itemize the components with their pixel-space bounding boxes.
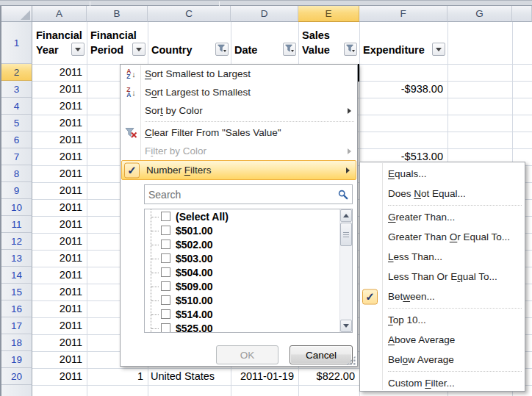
column-header-G[interactable]: G — [447, 6, 512, 22]
menu-item-number-filters[interactable]: ✓Number Filters — [121, 160, 356, 180]
menu-item-sort-largest-to-smallest[interactable]: ZA↓Sort Largest to Smallest — [121, 83, 357, 101]
grid-cell-a3[interactable]: 2011 — [32, 81, 87, 98]
ok-button[interactable]: OK — [216, 345, 278, 364]
grid-cell-a5[interactable]: 2011 — [32, 115, 87, 132]
filter-value-item[interactable]: (Select All) — [145, 209, 352, 223]
row-header-2[interactable]: 2 — [1, 64, 32, 81]
filter-applied-button[interactable] — [215, 43, 229, 56]
checkbox-unchecked[interactable] — [161, 281, 170, 291]
row-header-9[interactable]: 9 — [1, 182, 32, 199]
row-header-18[interactable]: 18 — [1, 334, 32, 351]
row-header-21[interactable] — [1, 385, 32, 396]
filter-value-item[interactable]: $504.00 — [145, 265, 352, 279]
grid-cell-a4[interactable]: 2011 — [32, 98, 87, 115]
menu-item-less-than-or-equal-to[interactable]: Less Than Or Equal To... — [360, 267, 525, 287]
header-cell-c[interactable]: Country — [148, 22, 231, 64]
grid-cell-a19[interactable]: 2011 — [32, 351, 87, 368]
search-icon[interactable] — [334, 190, 352, 200]
column-header-E[interactable]: E — [298, 6, 359, 22]
checkbox-unchecked[interactable] — [161, 295, 170, 305]
row-header-10[interactable]: 10 — [1, 199, 32, 216]
menu-item-sort-smallest-to-largest[interactable]: AZ↓Sort Smallest to Largest — [121, 65, 357, 83]
column-header-C[interactable]: C — [148, 6, 231, 22]
row-header-15[interactable]: 15 — [1, 284, 32, 300]
row-header-16[interactable]: 16 — [1, 300, 32, 317]
row-header-7[interactable]: 7 — [1, 148, 32, 165]
menu-item-does-not-equal[interactable]: Does Not Equal... — [360, 184, 525, 204]
checkbox-unchecked[interactable] — [161, 212, 170, 221]
menu-item-sort-by-color[interactable]: Sort by Color — [121, 101, 357, 120]
grid-cell-a13[interactable]: 2011 — [32, 250, 87, 267]
filter-value-item[interactable]: $501.00 — [145, 223, 352, 237]
search-input[interactable] — [145, 189, 334, 201]
scroll-down-button[interactable] — [340, 320, 352, 332]
grid-cell-f3[interactable]: -$938.00 — [359, 81, 447, 98]
menu-item-greater-than[interactable]: Greater Than... — [360, 207, 525, 227]
menu-item-clear-filter-from-sales-value[interactable]: Clear Filter From "Sales Value" — [121, 123, 357, 142]
grid-cell-a12[interactable]: 2011 — [32, 233, 87, 250]
row-header-11[interactable]: 11 — [1, 216, 32, 233]
grid-cell-a9[interactable]: 2011 — [32, 182, 87, 199]
grid-cell-a6[interactable]: 2011 — [32, 132, 87, 148]
filter-value-item[interactable]: $502.00 — [145, 237, 352, 251]
menu-item-between[interactable]: ✓Between... — [360, 287, 525, 306]
column-header-B[interactable]: B — [87, 6, 148, 22]
grid-cell-a15[interactable]: 2011 — [32, 284, 87, 300]
menu-item-below-average[interactable]: Below Average — [360, 350, 525, 370]
filter-value-item[interactable]: $525.00 — [145, 321, 352, 333]
row-header-19[interactable]: 19 — [1, 351, 32, 368]
grid-cell-a14[interactable]: 2011 — [32, 267, 87, 284]
column-header-sliver[interactable] — [512, 6, 532, 22]
row-header-14[interactable]: 14 — [1, 267, 32, 284]
filter-value-item[interactable]: $514.00 — [145, 307, 352, 321]
row-header-20[interactable]: 20 — [1, 368, 32, 385]
filter-dropdown-button[interactable] — [132, 43, 145, 56]
scroll-up-button[interactable] — [340, 209, 352, 222]
row-header-17[interactable]: 17 — [1, 317, 32, 334]
checkbox-unchecked[interactable] — [161, 253, 170, 263]
filter-value-item[interactable]: $503.00 — [145, 251, 352, 265]
grid-cell-a8[interactable]: 2011 — [32, 165, 87, 182]
checkbox-unchecked[interactable] — [161, 240, 170, 249]
listbox-scrollbar[interactable] — [339, 209, 352, 332]
grid-cell-a7[interactable]: 2011 — [32, 148, 87, 165]
header-cell-d[interactable]: Date — [231, 22, 298, 64]
row-header-1[interactable]: 1 — [1, 22, 32, 64]
scrollbar-thumb[interactable] — [340, 223, 352, 246]
header-cell-b[interactable]: FinancialPeriod — [87, 22, 148, 64]
row-header-6[interactable]: 6 — [1, 132, 32, 148]
filter-value-item[interactable]: $510.00 — [145, 293, 352, 307]
grid-cell-a10[interactable]: 2011 — [32, 199, 87, 216]
filter-applied-button[interactable] — [283, 43, 296, 56]
menu-item-greater-than-or-equal-to[interactable]: Greater Than Or Equal To... — [360, 227, 525, 247]
menu-item-filter-by-color[interactable]: Filter by Color — [121, 142, 357, 160]
select-all-corner[interactable] — [1, 6, 32, 22]
grid-cell-a20[interactable]: 2011 — [32, 368, 87, 385]
row-header-12[interactable]: 12 — [1, 233, 32, 250]
grid-cell-b20[interactable]: 1 — [87, 368, 148, 385]
menu-item-top-10[interactable]: Top 10... — [360, 310, 525, 330]
menu-item-less-than[interactable]: Less Than... — [360, 247, 525, 267]
filter-value-item[interactable]: $509.00 — [145, 279, 352, 293]
column-header-D[interactable]: D — [231, 6, 298, 22]
cancel-button[interactable]: Cancel — [290, 345, 353, 364]
row-header-8[interactable]: 8 — [1, 165, 32, 182]
checkbox-unchecked[interactable] — [161, 309, 170, 319]
grid-cell-a2[interactable]: 2011 — [32, 64, 87, 81]
filter-dropdown-button[interactable] — [432, 43, 445, 56]
grid-cell-c20[interactable]: United States — [148, 368, 231, 385]
header-cell-e[interactable]: SalesValue — [299, 22, 359, 64]
checkbox-unchecked[interactable] — [161, 323, 170, 333]
grid-cell-a16[interactable]: 2011 — [32, 300, 87, 317]
row-header-13[interactable]: 13 — [1, 250, 32, 267]
row-header-5[interactable]: 5 — [1, 115, 32, 132]
grid-cell-a17[interactable]: 2011 — [32, 317, 87, 334]
row-header-3[interactable]: 3 — [1, 81, 32, 98]
grid-cell-a18[interactable]: 2011 — [32, 334, 87, 351]
menu-item-custom-filter[interactable]: Custom Filter... — [360, 373, 525, 393]
menu-item-equals[interactable]: Equals... — [360, 164, 525, 184]
column-header-A[interactable]: A — [32, 6, 87, 22]
checkbox-unchecked[interactable] — [161, 226, 170, 235]
filter-dropdown-button[interactable] — [71, 43, 85, 56]
grid-cell-e20[interactable]: $822.00 — [298, 368, 359, 385]
